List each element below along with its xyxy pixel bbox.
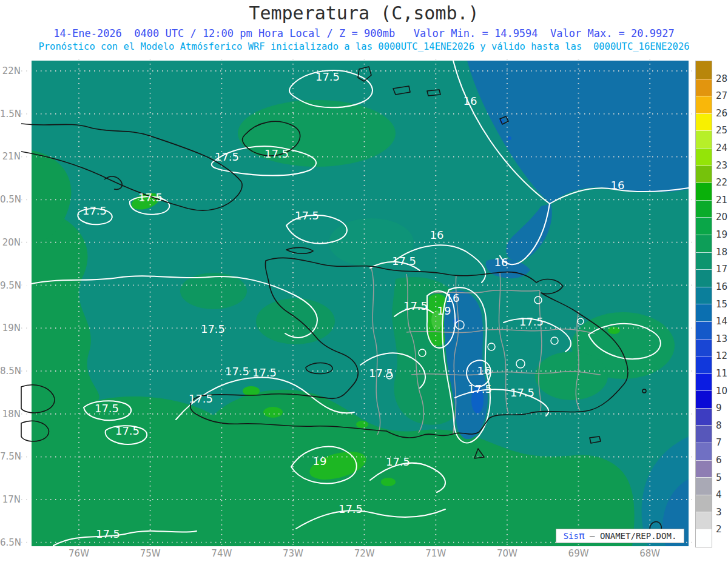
colorbar-segment xyxy=(696,460,712,478)
colorbar-segment xyxy=(696,235,712,252)
colorbar-tick-label: 17 xyxy=(716,264,727,275)
contour-label: 17.5 xyxy=(315,70,340,83)
colorbar-tick-label: 5 xyxy=(716,472,722,483)
x-tick-label: 68W xyxy=(639,548,660,559)
x-tick-label: 73W xyxy=(283,548,303,559)
colorbar-segment xyxy=(696,148,712,166)
y-tick-label: 0.5N xyxy=(0,194,21,205)
x-tick-label: 70W xyxy=(497,548,517,559)
colorbar-tick-label: 20 xyxy=(716,212,727,222)
colorbar-segment xyxy=(696,287,712,304)
colorbar-tick-label: 11 xyxy=(716,368,727,379)
colorbar-segment xyxy=(696,200,712,218)
y-tick-label: 7.5N xyxy=(0,451,21,462)
colorbar-tick-label: 3 xyxy=(716,507,722,518)
y-tick-label: 21N xyxy=(0,151,21,162)
contour-label: 19 xyxy=(437,304,451,317)
y-tick-label: 17N xyxy=(0,494,21,505)
y-tick-label: 1.5N xyxy=(0,109,21,119)
x-tick-label: 75W xyxy=(140,548,161,559)
contour-label: 17.5 xyxy=(468,383,492,395)
contour-label: 17.5 xyxy=(189,392,213,405)
colorbar-tick-label: 10 xyxy=(716,386,727,396)
contour-label: 17.5 xyxy=(252,366,277,379)
colorbar-segment xyxy=(696,166,712,183)
colorbar-tick-label: 13 xyxy=(716,333,727,344)
colorbar-segment xyxy=(696,252,712,270)
contour-label: 17.5 xyxy=(519,315,544,328)
colorbar-tick-label: 7 xyxy=(716,437,722,448)
colorbar-tick-label: 26 xyxy=(716,108,727,119)
colorbar-tick-label: 28 xyxy=(716,73,727,84)
colorbar-tick-label: 2 xyxy=(716,524,722,535)
colorbar-segment xyxy=(696,61,712,79)
y-tick-label: 9.5N xyxy=(0,280,21,291)
colorbar-tick-label: 6 xyxy=(716,455,722,466)
contour-label: 17.5 xyxy=(369,367,393,380)
colorbar-tick-label: 4 xyxy=(716,489,722,500)
temperature-fill-field xyxy=(32,61,689,546)
contour-label: 16 xyxy=(446,292,460,304)
colorbar-segment xyxy=(696,443,712,460)
contour-label: 16 xyxy=(463,95,477,107)
x-tick-label: 71W xyxy=(425,548,446,559)
colorbar-tick-label: 21 xyxy=(716,195,727,206)
colorbar-segment xyxy=(696,477,712,495)
colorbar-segment xyxy=(696,373,712,391)
contour-label: 17.5 xyxy=(95,402,119,415)
contour-label: 17.5 xyxy=(386,455,410,468)
colorbar-tick-label: 18 xyxy=(716,247,727,258)
y-tick-label: 22N xyxy=(0,65,21,76)
map-canvas: 17.51617.517.51617.517.517.51617.51617.5… xyxy=(32,61,689,546)
colorbar-segment xyxy=(696,79,712,96)
map-plot-area: 17.51617.517.51617.517.517.51617.51617.5… xyxy=(32,61,689,546)
y-tick-label: 8.5N xyxy=(0,366,21,376)
colorbar-segment xyxy=(696,113,712,131)
contour-label: 17.5 xyxy=(83,204,107,217)
colorbar-segment xyxy=(696,512,712,529)
y-tick-label: 6.5N xyxy=(0,537,21,548)
branding-sis: Sis xyxy=(564,531,579,541)
x-tick-label: 72W xyxy=(354,548,375,559)
contour-label: 16 xyxy=(430,229,444,241)
colorbar-segment xyxy=(696,269,712,287)
colorbar-segment xyxy=(696,339,712,356)
contour-label: 17.5 xyxy=(201,323,225,335)
x-tick-label: 76W xyxy=(69,548,89,559)
colorbar-tick-label: 8 xyxy=(716,420,722,431)
colorbar-tick-label: 15 xyxy=(716,299,727,310)
contour-label: 17.5 xyxy=(265,147,289,160)
colorbar-legend xyxy=(695,61,712,547)
subtitle-validtime: 14-Ene-2026 0400 UTC / 12:00 pm Hora Loc… xyxy=(0,27,728,39)
contour-label: 17.5 xyxy=(96,527,120,540)
contour-label: 16 xyxy=(477,364,491,377)
colorbar-tick-label: 22 xyxy=(716,177,727,188)
branding-pi-logo: π xyxy=(579,530,585,541)
colorbar-segment xyxy=(696,182,712,200)
colorbar-tick-label: 23 xyxy=(716,160,727,171)
y-tick-label: 19N xyxy=(0,323,21,333)
colorbar-segment xyxy=(696,425,712,443)
colorbar-tick-label: 27 xyxy=(716,90,727,101)
colorbar-segment xyxy=(696,390,712,408)
colorbar-segment xyxy=(696,495,712,512)
colorbar-segment xyxy=(696,304,712,321)
y-tick-label: 18N xyxy=(0,409,21,420)
colorbar-tick-label: 25 xyxy=(716,125,727,136)
colorbar-segment xyxy=(696,217,712,235)
colorbar-segment xyxy=(696,408,712,426)
contour-label: 17.5 xyxy=(510,386,534,399)
colorbar-tick-label: 9 xyxy=(716,403,722,413)
contour-label: 17.5 xyxy=(215,150,239,163)
x-tick-label: 74W xyxy=(211,548,232,559)
contour-label: 19 xyxy=(313,455,327,467)
colorbar-tick-label: 19 xyxy=(716,229,727,240)
colorbar-segment xyxy=(696,321,712,339)
colorbar-tick-label: 16 xyxy=(716,281,727,292)
contour-label: 17.5 xyxy=(339,503,363,515)
contour-label: 17.5 xyxy=(138,191,163,204)
contour-label: 17.5 xyxy=(225,365,249,378)
branding-agency: – ONAMET/REP.DOM. xyxy=(585,531,677,541)
colorbar-tick-label: 14 xyxy=(716,316,727,327)
contour-label: 16 xyxy=(611,179,625,192)
